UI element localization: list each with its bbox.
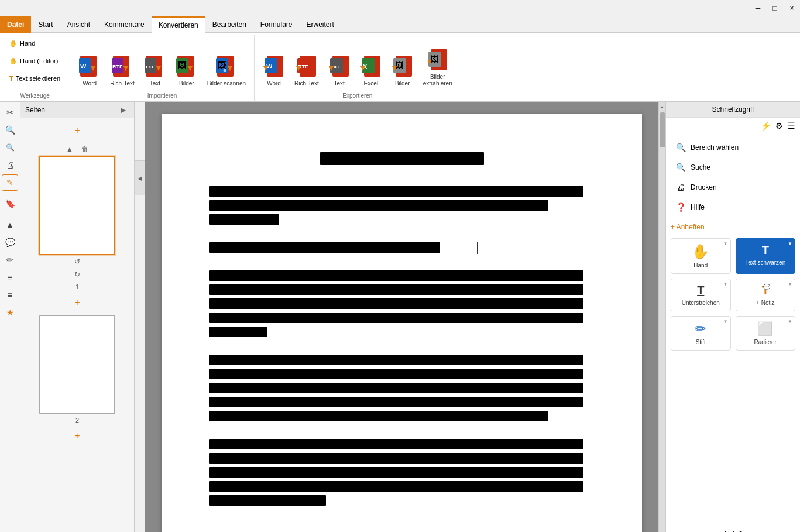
doc-section-4 <box>209 355 595 421</box>
redacted-line <box>209 313 583 323</box>
list-icon[interactable]: ☰ <box>785 120 798 132</box>
search-zoom-icon: 🔍 <box>674 141 687 154</box>
menu-start[interactable]: Start <box>31 16 60 33</box>
scroll-thumb[interactable] <box>660 112 665 147</box>
scroll-up[interactable]: ▲ <box>659 102 666 111</box>
export-excel-button[interactable]: PDF X Excel <box>356 53 386 89</box>
page-trash-btn[interactable]: 🗑 <box>78 143 91 156</box>
page-navigation: ◀ 1 / 2 ▶ <box>666 524 800 532</box>
redacted-line <box>209 439 583 449</box>
tool-bookmark[interactable]: 🔖 <box>2 195 18 212</box>
import-word-button[interactable]: PDF W Word <box>75 53 104 89</box>
tool-magic[interactable]: ★ <box>2 304 18 321</box>
redacted-line <box>209 397 583 407</box>
tool-print[interactable]: 🖨 <box>2 157 18 173</box>
svg-text:TXT: TXT <box>145 64 154 70</box>
import-richtext-label: Rich-Text <box>110 80 135 87</box>
export-word-button[interactable]: PDF W Word <box>259 53 289 89</box>
qa-bereich-waehlen-label: Bereich wählen <box>691 143 739 152</box>
svg-text:RTF: RTF <box>112 64 123 70</box>
svg-text:⊕: ⊕ <box>223 68 227 73</box>
tool-card-hand[interactable]: ▼ ✋ Hand <box>671 238 731 274</box>
page-thumb-1[interactable] <box>39 156 115 255</box>
export-richtext-button[interactable]: PDF RTF Rich-Text <box>291 53 322 89</box>
menu-bearbeiten[interactable]: Bearbeiten <box>205 16 253 33</box>
tool-text-select[interactable]: T Text selektieren <box>5 70 65 87</box>
tool-card-stift[interactable]: ▼ ✏ Stift <box>671 316 731 351</box>
close-button[interactable]: × <box>784 0 800 16</box>
export-text-button[interactable]: PDF TXT Text <box>325 53 354 89</box>
text-schwaerzen-dropdown[interactable]: ▼ <box>788 241 792 246</box>
export-bilder-extrahieren-button[interactable]: PDF 🖼 Bilderextrahieren <box>420 47 456 89</box>
pages-panel: Seiten ▶ + ▲ 🗑 <box>20 102 135 532</box>
redacted-line <box>209 298 583 309</box>
tool-card-radierer[interactable]: ▼ ⬜ Radierer <box>736 316 796 351</box>
settings-icon[interactable]: ⚙ <box>773 120 785 132</box>
page-rotate-left[interactable]: ↺ <box>71 255 84 268</box>
tool-up-arrow[interactable]: ▲ <box>2 217 18 233</box>
page-up-btn[interactable]: ▲ <box>63 143 76 156</box>
qa-drucken[interactable]: 🖨 Drucken <box>671 179 795 196</box>
menu-ansicht[interactable]: Ansicht <box>60 16 97 33</box>
doc-section-2 <box>209 242 595 253</box>
tool-list1[interactable]: ≡ <box>2 269 18 286</box>
next-page-btn[interactable]: ▶ <box>747 528 760 532</box>
tool-row-2: ▼ T Unterstreichen ▼ T💬 + Notiz <box>671 279 795 311</box>
tool-zoom-out[interactable]: 🔍 <box>2 139 18 156</box>
pages-content: + ▲ 🗑 <box>20 118 134 532</box>
tool-edit[interactable]: ✎ <box>2 174 18 191</box>
radierer-dropdown[interactable]: ▼ <box>788 319 792 324</box>
anheften-btn[interactable]: + Anheften <box>666 221 800 234</box>
import-text-button[interactable]: PDF TXT Text <box>140 53 170 89</box>
document-viewer[interactable] <box>145 102 658 532</box>
qa-bereich-waehlen[interactable]: 🔍 Bereich wählen <box>671 139 795 156</box>
unterstreichen-dropdown[interactable]: ▼ <box>723 282 728 287</box>
tool-cut[interactable]: ✂ <box>2 104 18 121</box>
import-bilder-scannen-button[interactable]: PDF 🖼 ⊕ Bilder scannen <box>204 53 249 89</box>
hand-dropdown[interactable]: ▼ <box>723 241 728 246</box>
menu-konvertieren[interactable]: Konvertieren <box>152 16 205 33</box>
add-page-middle[interactable]: + <box>74 297 80 308</box>
menu-formulare[interactable]: Formulare <box>253 16 300 33</box>
menu-kommentare[interactable]: Kommentare <box>97 16 152 33</box>
import-richtext-button[interactable]: PDF RTF Rich-Text <box>107 53 138 89</box>
pages-title: Seiten <box>25 106 45 114</box>
import-text-label: Text <box>150 80 160 87</box>
tool-list2[interactable]: ≡ <box>2 287 18 303</box>
maximize-button[interactable]: □ <box>767 0 783 16</box>
tool-pen[interactable]: ✏ <box>2 252 18 268</box>
menu-erweitert[interactable]: Erweitert <box>300 16 341 33</box>
import-bilder-button[interactable]: PDF 🖼 Bilder <box>172 53 201 89</box>
tool-card-notiz[interactable]: ▼ T💬 + Notiz <box>736 279 796 311</box>
collapse-panel-btn[interactable]: ◀ <box>135 160 145 195</box>
page-rotate-right[interactable]: ↻ <box>71 268 84 281</box>
quick-access-title: Schnellzugriff <box>666 102 800 118</box>
lightning-icon[interactable]: ⚡ <box>758 120 773 132</box>
minimize-button[interactable]: ─ <box>750 0 766 16</box>
redacted-line <box>209 214 279 225</box>
tool-card-text-schwaerzen[interactable]: ▼ T Text schwärzen <box>736 238 796 274</box>
export-text-label: Text <box>334 80 345 87</box>
qa-suche[interactable]: 🔍 Suche <box>671 159 795 176</box>
notiz-dropdown[interactable]: ▼ <box>788 282 792 287</box>
add-page-bottom[interactable]: + <box>74 431 80 441</box>
export-bilder-button[interactable]: PDF 🖼 Bilder <box>388 53 417 89</box>
redacted-line <box>209 369 583 379</box>
qa-hilfe[interactable]: ❓ Hilfe <box>671 198 795 216</box>
prev-page-btn[interactable]: ◀ <box>706 528 719 532</box>
stift-dropdown[interactable]: ▼ <box>723 319 728 324</box>
tools-sidebar: ✂ 🔍 🔍 🖨 ✎ 🔖 ▲ 💬 ✏ ≡ ≡ ★ ▼ <box>0 102 20 532</box>
redacted-line <box>209 481 583 492</box>
tool-hand-editor[interactable]: ✋ Hand (Editor) <box>5 53 65 69</box>
tool-card-unterstreichen[interactable]: ▼ T Unterstreichen <box>671 279 731 311</box>
document-page <box>162 114 642 532</box>
pages-options[interactable]: ▶ <box>116 104 129 116</box>
svg-text:🖼: 🖼 <box>430 54 438 64</box>
menu-datei[interactable]: Datei <box>0 16 31 33</box>
page-thumb-2[interactable] <box>39 315 115 414</box>
tool-hand[interactable]: ✋ Hand <box>5 35 65 52</box>
tool-zoom-in[interactable]: 🔍 <box>2 122 18 138</box>
tool-comment[interactable]: 💬 <box>2 234 18 250</box>
main-scrollbar[interactable]: ▲ ▼ <box>658 102 665 532</box>
add-page-top[interactable]: + <box>74 125 80 136</box>
